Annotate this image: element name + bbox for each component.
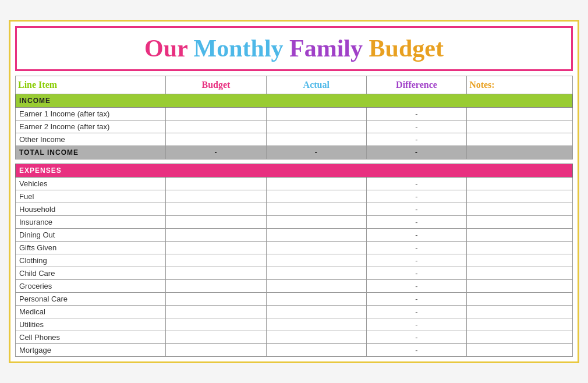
expense-row-difference: - bbox=[366, 318, 466, 331]
expense-row-difference: - bbox=[366, 203, 466, 215]
expense-row-label: Vehicles bbox=[16, 177, 166, 190]
expense-row-difference: - bbox=[366, 254, 466, 267]
income-row-label: Earner 2 Income (after tax) bbox=[16, 120, 166, 133]
expense-row-notes[interactable] bbox=[467, 203, 573, 215]
expense-row-notes[interactable] bbox=[467, 279, 573, 292]
expense-row: Mortgage - bbox=[16, 343, 573, 356]
expense-row-label: Fuel bbox=[16, 190, 166, 203]
title-family: Family bbox=[289, 35, 369, 62]
header-notes: Notes: bbox=[467, 76, 573, 94]
title-box: Our Monthly Family Budget bbox=[15, 26, 573, 70]
expense-row-budget[interactable] bbox=[166, 177, 266, 190]
income-row-actual[interactable] bbox=[266, 120, 366, 133]
expense-row-budget[interactable] bbox=[166, 228, 266, 241]
income-row-actual[interactable] bbox=[266, 133, 366, 146]
expense-row-actual[interactable] bbox=[266, 331, 366, 343]
expense-row-budget[interactable] bbox=[166, 203, 266, 215]
expense-row-label: Cell Phones bbox=[16, 331, 166, 343]
total-income-row: TOTAL INCOME - - - bbox=[16, 146, 573, 159]
income-row-budget[interactable] bbox=[166, 133, 266, 146]
expense-row-difference: - bbox=[366, 228, 466, 241]
expense-row-budget[interactable] bbox=[166, 343, 266, 356]
main-title: Our Monthly Family Budget bbox=[22, 35, 566, 62]
header-budget: Budget bbox=[166, 76, 266, 94]
income-row-budget[interactable] bbox=[166, 120, 266, 133]
expense-row-budget[interactable] bbox=[166, 241, 266, 254]
expense-row-difference: - bbox=[366, 292, 466, 305]
expense-row-budget[interactable] bbox=[166, 292, 266, 305]
expense-row-budget[interactable] bbox=[166, 305, 266, 318]
expense-row: Utilities - bbox=[16, 318, 573, 331]
expense-row-label: Gifts Given bbox=[16, 241, 166, 254]
income-row-difference: - bbox=[366, 107, 466, 120]
income-row: Earner 2 Income (after tax) - bbox=[16, 120, 573, 133]
expense-row-budget[interactable] bbox=[166, 267, 266, 279]
budget-container: Our Monthly Family Budget Line Item Budg… bbox=[9, 20, 579, 363]
income-section-label: INCOME bbox=[16, 94, 573, 107]
expense-row-actual[interactable] bbox=[266, 215, 366, 228]
expense-row-actual[interactable] bbox=[266, 241, 366, 254]
expense-row-actual[interactable] bbox=[266, 305, 366, 318]
income-row-notes[interactable] bbox=[467, 107, 573, 120]
expense-row-actual[interactable] bbox=[266, 318, 366, 331]
expense-row-notes[interactable] bbox=[467, 228, 573, 241]
expense-row: Fuel - bbox=[16, 190, 573, 203]
income-row-label: Other Income bbox=[16, 133, 166, 146]
expense-row-notes[interactable] bbox=[467, 343, 573, 356]
header-actual: Actual bbox=[266, 76, 366, 94]
expense-row-budget[interactable] bbox=[166, 254, 266, 267]
income-row-label: Earner 1 Income (after tax) bbox=[16, 107, 166, 120]
table-header-row: Line Item Budget Actual Difference Notes… bbox=[16, 76, 573, 94]
expense-row-budget[interactable] bbox=[166, 279, 266, 292]
total-income-label: TOTAL INCOME bbox=[16, 146, 166, 159]
expense-row-notes[interactable] bbox=[467, 318, 573, 331]
expense-row-label: Clothing bbox=[16, 254, 166, 267]
expense-row-budget[interactable] bbox=[166, 318, 266, 331]
income-row-budget[interactable] bbox=[166, 107, 266, 120]
expense-row: Vehicles - bbox=[16, 177, 573, 190]
income-row-actual[interactable] bbox=[266, 107, 366, 120]
expense-row-actual[interactable] bbox=[266, 254, 366, 267]
expense-row-actual[interactable] bbox=[266, 279, 366, 292]
expense-row-difference: - bbox=[366, 241, 466, 254]
expense-row-notes[interactable] bbox=[467, 331, 573, 343]
income-row-difference: - bbox=[366, 133, 466, 146]
income-row-notes[interactable] bbox=[467, 133, 573, 146]
expense-row-label: Utilities bbox=[16, 318, 166, 331]
expense-row-label: Child Care bbox=[16, 267, 166, 279]
expense-row-notes[interactable] bbox=[467, 305, 573, 318]
expense-row: Cell Phones - bbox=[16, 331, 573, 343]
expense-row-notes[interactable] bbox=[467, 292, 573, 305]
expense-row-notes[interactable] bbox=[467, 215, 573, 228]
expense-row: Insurance - bbox=[16, 215, 573, 228]
expense-row-notes[interactable] bbox=[467, 254, 573, 267]
expense-row-actual[interactable] bbox=[266, 177, 366, 190]
expense-row-actual[interactable] bbox=[266, 228, 366, 241]
expenses-section-label: EXPENSES bbox=[16, 164, 573, 177]
expense-row-notes[interactable] bbox=[467, 241, 573, 254]
expense-row: Dining Out - bbox=[16, 228, 573, 241]
expense-row-budget[interactable] bbox=[166, 190, 266, 203]
total-income-difference: - bbox=[366, 146, 466, 159]
expense-row-actual[interactable] bbox=[266, 190, 366, 203]
title-our: Our bbox=[144, 35, 193, 62]
expense-row: Clothing - bbox=[16, 254, 573, 267]
expense-row: Medical - bbox=[16, 305, 573, 318]
spacer-row bbox=[16, 159, 573, 164]
expense-row-difference: - bbox=[366, 177, 466, 190]
expense-row-notes[interactable] bbox=[467, 267, 573, 279]
expense-row-budget[interactable] bbox=[166, 331, 266, 343]
expense-row-notes[interactable] bbox=[467, 190, 573, 203]
expense-row-label: Dining Out bbox=[16, 228, 166, 241]
expense-row: Gifts Given - bbox=[16, 241, 573, 254]
expense-row-difference: - bbox=[366, 305, 466, 318]
expense-row-actual[interactable] bbox=[266, 203, 366, 215]
expense-row-actual[interactable] bbox=[266, 292, 366, 305]
expense-row-difference: - bbox=[366, 215, 466, 228]
expense-row-actual[interactable] bbox=[266, 343, 366, 356]
expense-row-budget[interactable] bbox=[166, 215, 266, 228]
expense-row-notes[interactable] bbox=[467, 177, 573, 190]
total-income-notes bbox=[467, 146, 573, 159]
income-row-notes[interactable] bbox=[467, 120, 573, 133]
expense-row-actual[interactable] bbox=[266, 267, 366, 279]
